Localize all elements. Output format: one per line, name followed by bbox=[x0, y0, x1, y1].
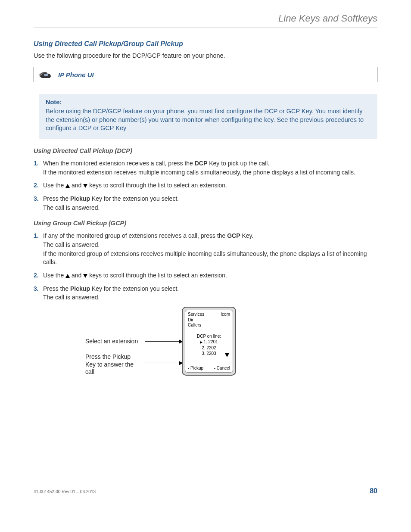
dcp-step3-post: Key for the extension you select. bbox=[90, 195, 179, 202]
diagram-label-pickup: Press the Pickup Key to answer the call bbox=[85, 353, 141, 376]
arrow-icon bbox=[145, 341, 183, 342]
gcp-step-2: Use the and keys to scroll through the l… bbox=[34, 271, 377, 280]
gcp-step-1: If any of the monitored group of extensi… bbox=[34, 232, 377, 266]
dcp-step2-mid: and bbox=[70, 182, 83, 189]
gcp-step1-sub2: If the monitored group of extensions rec… bbox=[43, 250, 377, 266]
screen-services: Services bbox=[188, 312, 204, 317]
dcp-step2-post: keys to scroll through the list to selec… bbox=[87, 182, 227, 189]
phone-icon bbox=[38, 70, 52, 79]
diagram-label-select: Select an extension bbox=[85, 338, 138, 345]
dcp-step1-pre: When the monitored extension receives a … bbox=[43, 160, 195, 167]
up-arrow-icon bbox=[65, 274, 70, 278]
ip-phone-ui-box: IP Phone UI bbox=[34, 67, 377, 82]
gcp-step3-bold: Pickup bbox=[70, 285, 90, 292]
gcp-step1-sub1: The call is answered. bbox=[43, 241, 377, 249]
note-box: Note: Before using the DCP/GCP feature o… bbox=[39, 94, 377, 139]
gcp-step-3: Press the Pickup Key for the extension y… bbox=[34, 285, 377, 302]
gcp-step2-post: keys to scroll through the list to selec… bbox=[87, 272, 227, 279]
ip-phone-ui-label: IP Phone UI bbox=[58, 71, 94, 78]
dcp-heading: Using Directed Call Pickup (DCP) bbox=[34, 147, 377, 154]
dcp-step-2: Use the and keys to scroll through the l… bbox=[34, 181, 377, 190]
screen-top-left: Services Dir Callers bbox=[188, 312, 204, 328]
phone-screen: Services Dir Callers Icom DCP on line: 1… bbox=[182, 307, 236, 376]
svg-rect-0 bbox=[44, 74, 48, 76]
dcp-step1-bold: DCP bbox=[195, 160, 208, 167]
gcp-step1-bold: GCP bbox=[227, 232, 240, 239]
screen-mid: DCP on line: 1. 2201 2. 2202 3. 2203 bbox=[185, 333, 233, 356]
phone-screen-inner: Services Dir Callers Icom DCP on line: 1… bbox=[185, 310, 233, 373]
screen-pickup-softkey: - Pickup bbox=[188, 366, 203, 370]
dcp-step-1: When the monitored extension receives a … bbox=[34, 159, 377, 177]
dcp-step-3: Press the Pickup Key for the extension y… bbox=[34, 195, 377, 212]
screen-dir: Dir bbox=[188, 317, 204, 323]
page-footer: 41-001452-00 Rev 01 – 06.2013 80 bbox=[34, 487, 377, 495]
gcp-step3-sub: The call is answered. bbox=[43, 293, 377, 302]
dcp-step2-pre: Use the bbox=[43, 182, 65, 189]
gcp-step2-mid: and bbox=[70, 272, 83, 279]
gcp-step3-post: Key for the extension you select. bbox=[90, 285, 179, 292]
gcp-step2-pre: Use the bbox=[43, 272, 65, 279]
screen-ext-1: 1. 2201 bbox=[185, 339, 233, 345]
gcp-steps: If any of the monitored group of extensi… bbox=[34, 232, 377, 302]
screen-cancel-softkey: - Cancel bbox=[214, 366, 230, 370]
dcp-steps: When the monitored extension receives a … bbox=[34, 159, 377, 212]
dcp-step1-sub: If the monitored extension receives mult… bbox=[43, 168, 377, 177]
screen-ext-2: 2. 2202 bbox=[185, 345, 233, 351]
note-body: Before using the DCP/GCP feature on your… bbox=[46, 107, 371, 133]
arrow-icon bbox=[145, 363, 183, 363]
screen-icom: Icom bbox=[221, 312, 230, 317]
dcp-step3-bold: Pickup bbox=[70, 195, 90, 202]
section-intro: Use the following procedure for the DCP/… bbox=[34, 52, 377, 59]
footer-rev: 41-001452-00 Rev 01 – 06.2013 bbox=[34, 489, 96, 494]
phone-diagram: Select an extension Press the Pickup Key… bbox=[85, 307, 318, 384]
gcp-step1-post: Key. bbox=[240, 232, 254, 239]
down-arrow-icon bbox=[83, 274, 87, 278]
gcp-step3-pre: Press the bbox=[43, 285, 70, 292]
header-rule bbox=[34, 28, 377, 28]
note-title: Note: bbox=[46, 99, 371, 106]
up-arrow-icon bbox=[65, 184, 70, 188]
header-title: Line Keys and Softkeys bbox=[34, 13, 377, 28]
down-arrow-icon bbox=[225, 353, 229, 357]
section-heading: Using Directed Call Pickup/Group Call Pi… bbox=[34, 40, 377, 48]
screen-callers: Callers bbox=[188, 323, 204, 328]
dcp-step3-sub: The call is answered. bbox=[43, 204, 377, 212]
gcp-step1-pre: If any of the monitored group of extensi… bbox=[43, 232, 227, 239]
dcp-step1-post: Key to pick up the call. bbox=[207, 160, 269, 167]
page-number: 80 bbox=[370, 487, 377, 495]
dcp-step3-pre: Press the bbox=[43, 195, 70, 202]
down-arrow-icon bbox=[83, 184, 87, 188]
screen-dcp-title: DCP on line: bbox=[185, 333, 233, 339]
gcp-heading: Using Group Call Pickup (GCP) bbox=[34, 220, 377, 227]
